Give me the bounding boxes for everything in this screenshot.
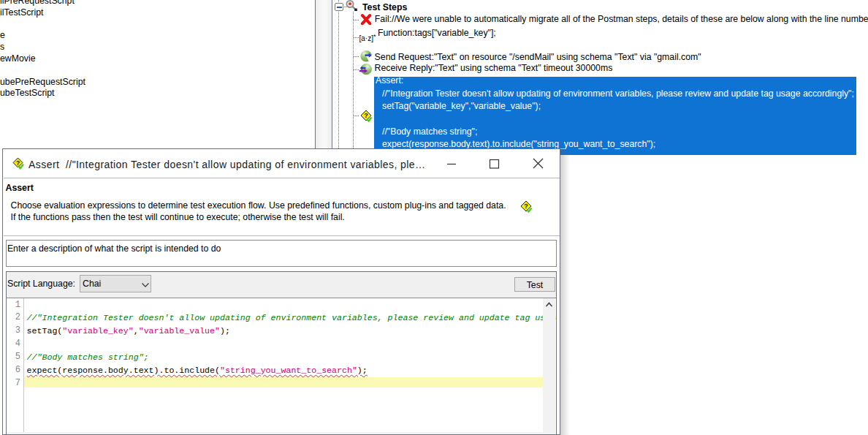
svg-text:?: ? (524, 203, 528, 210)
svg-text:?: ? (15, 159, 19, 167)
svg-text:?: ? (364, 112, 368, 119)
